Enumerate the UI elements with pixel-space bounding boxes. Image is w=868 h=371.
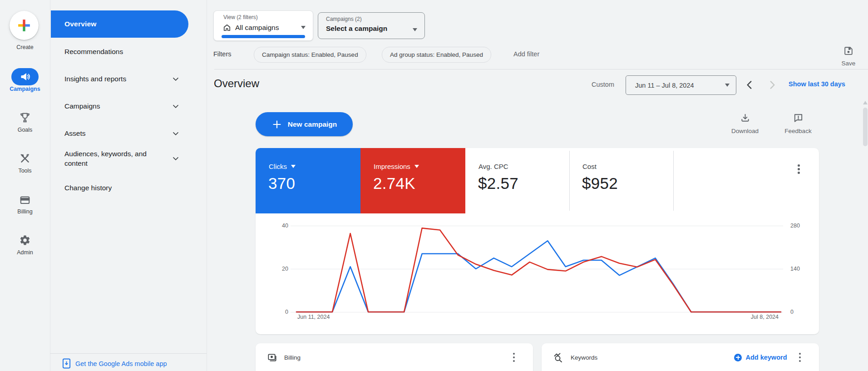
metric-label: Clicks bbox=[269, 163, 287, 170]
add-filter-button[interactable]: Add filter bbox=[513, 50, 539, 58]
campaign-selector[interactable]: Campaigns (2) Select a campaign bbox=[318, 12, 425, 39]
trophy-icon[interactable] bbox=[19, 112, 31, 124]
metric-card-impressions[interactable]: Impressions 2.74K bbox=[360, 148, 465, 213]
gear-icon[interactable] bbox=[19, 234, 31, 246]
x-axis-start-label: Jun 11, 2024 bbox=[297, 314, 330, 320]
billing-card-title: Billing bbox=[284, 354, 301, 361]
left-axis-tick: 20 bbox=[265, 266, 288, 272]
plus-icon bbox=[271, 119, 282, 130]
filter-chip-label: Campaign status: Enabled, Paused bbox=[262, 51, 358, 58]
chevron-down-icon bbox=[171, 102, 180, 111]
new-campaign-button[interactable]: New campaign bbox=[256, 112, 353, 136]
save-button[interactable]: Save bbox=[837, 46, 860, 67]
scrollbar-up-arrow[interactable] bbox=[863, 101, 868, 104]
filter-chip-label: Ad group status: Enabled, Paused bbox=[390, 51, 483, 58]
date-range-picker[interactable]: Jun 11 – Jul 8, 2024 bbox=[626, 75, 736, 95]
google-plus-icon bbox=[17, 19, 31, 32]
metric-label: Cost bbox=[582, 163, 597, 170]
rail-label-billing: Billing bbox=[0, 208, 50, 215]
metric-divider bbox=[569, 151, 570, 211]
icon-rail: Create Campaigns Goals Tools Billing bbox=[0, 0, 50, 371]
mobile-app-link[interactable]: Get the Google Ads mobile app bbox=[62, 358, 167, 369]
keywords-icon bbox=[553, 352, 564, 363]
nav-item-insights-and-reports[interactable]: Insights and reports bbox=[51, 74, 188, 84]
megaphone-icon bbox=[20, 71, 30, 82]
keywords-card-menu[interactable] bbox=[799, 353, 801, 362]
feedback-button[interactable]: Feedback bbox=[779, 113, 817, 134]
chevron-down-icon bbox=[171, 74, 180, 84]
billing-card-menu[interactable] bbox=[513, 353, 515, 362]
show-last-30-days-link[interactable]: Show last 30 days bbox=[789, 80, 845, 88]
tools-icon[interactable] bbox=[19, 153, 31, 164]
nav-item-change-history[interactable]: Change history bbox=[51, 183, 188, 193]
download-button[interactable]: Download bbox=[726, 113, 764, 134]
date-range-value: Jun 11 – Jul 8, 2024 bbox=[635, 82, 694, 89]
billing-icon bbox=[267, 352, 277, 363]
metric-card-avg-cpc[interactable]: Avg. CPC $2.57 bbox=[465, 148, 569, 213]
view-selector[interactable]: View (2 filters) All campaigns bbox=[213, 10, 313, 41]
rail-item-campaigns[interactable] bbox=[11, 68, 39, 85]
dropdown-caret-icon bbox=[725, 84, 730, 87]
view-active-underline bbox=[222, 35, 305, 38]
nav-content-divider bbox=[207, 0, 207, 371]
nav-item-label: Recommendations bbox=[64, 47, 123, 56]
create-button[interactable] bbox=[10, 11, 39, 40]
nav-item-label: Assets bbox=[64, 129, 86, 138]
side-nav: Overview Recommendations Insights and re… bbox=[50, 0, 207, 371]
right-axis-tick: 280 bbox=[790, 223, 800, 229]
overview-chart bbox=[296, 226, 781, 312]
nav-item-recommendations[interactable]: Recommendations bbox=[51, 47, 188, 56]
metric-caret-icon bbox=[291, 165, 296, 168]
view-selector-label: View (2 filters) bbox=[223, 14, 258, 20]
nav-bottom-divider bbox=[50, 353, 207, 354]
metric-card-cost[interactable]: Cost $952 bbox=[569, 148, 673, 213]
nav-item-campaigns[interactable]: Campaigns bbox=[51, 101, 188, 111]
left-axis-tick: 0 bbox=[265, 309, 288, 315]
rail-label-campaigns: Campaigns bbox=[0, 86, 50, 92]
left-axis-tick: 40 bbox=[265, 223, 288, 229]
next-period-button-disabled[interactable] bbox=[766, 79, 778, 91]
home-icon bbox=[222, 23, 232, 32]
phone-download-icon bbox=[62, 358, 71, 369]
google-ads-overview-page: { "rail": { "create_label": "Create", "i… bbox=[0, 0, 868, 371]
metric-label: Avg. CPC bbox=[478, 163, 508, 170]
nav-item-overview[interactable]: Overview bbox=[51, 10, 188, 38]
rail-label-admin: Admin bbox=[0, 249, 50, 256]
filter-chip-campaign-status[interactable]: Campaign status: Enabled, Paused bbox=[254, 47, 366, 63]
x-axis-end-label: Jul 8, 2024 bbox=[714, 314, 779, 320]
feedback-label: Feedback bbox=[779, 128, 817, 134]
metric-label: Impressions bbox=[374, 163, 410, 170]
keywords-card-title: Keywords bbox=[571, 354, 597, 361]
save-icon bbox=[843, 46, 853, 56]
nav-item-audiences-keywords-content[interactable]: Audiences, keywords, and content bbox=[51, 149, 188, 168]
metric-value: $952 bbox=[582, 174, 618, 193]
metric-card-clicks[interactable]: Clicks 370 bbox=[256, 148, 360, 213]
card-overflow-menu[interactable] bbox=[798, 164, 800, 174]
overview-summary-card: Clicks 370 Impressions 2.74K Avg. CPC $2… bbox=[256, 148, 819, 334]
previous-period-button[interactable] bbox=[744, 79, 755, 91]
nav-item-assets[interactable]: Assets bbox=[51, 129, 188, 138]
scrollbar-thumb[interactable] bbox=[863, 108, 868, 146]
billing-card: Billing bbox=[256, 343, 533, 371]
rail-label-tools: Tools bbox=[0, 168, 50, 174]
nav-item-label: Overview bbox=[64, 20, 97, 28]
new-campaign-label: New campaign bbox=[288, 120, 337, 129]
metric-value: $2.57 bbox=[478, 174, 518, 193]
nav-item-label: Campaigns bbox=[64, 101, 100, 111]
add-circle-icon bbox=[734, 354, 742, 361]
billing-rail-icon[interactable] bbox=[19, 194, 31, 206]
add-keyword-button[interactable]: Add keyword bbox=[734, 354, 787, 361]
campaign-selector-value: Select a campaign bbox=[326, 25, 387, 33]
dropdown-caret-icon bbox=[301, 26, 306, 29]
feedback-icon bbox=[793, 113, 804, 123]
nav-item-label: Audiences, keywords, and content bbox=[64, 149, 168, 168]
filter-chip-ad-group-status[interactable]: Ad group status: Enabled, Paused bbox=[382, 47, 491, 63]
dropdown-caret-icon bbox=[413, 28, 417, 31]
rail-label-goals: Goals bbox=[0, 127, 50, 133]
right-axis-tick: 0 bbox=[790, 309, 794, 315]
metric-caret-icon bbox=[414, 165, 419, 168]
metric-divider bbox=[673, 151, 674, 211]
mobile-app-link-label: Get the Google Ads mobile app bbox=[75, 360, 167, 367]
keywords-card: Keywords Add keyword bbox=[542, 343, 819, 371]
nav-item-label: Insights and reports bbox=[64, 74, 126, 84]
